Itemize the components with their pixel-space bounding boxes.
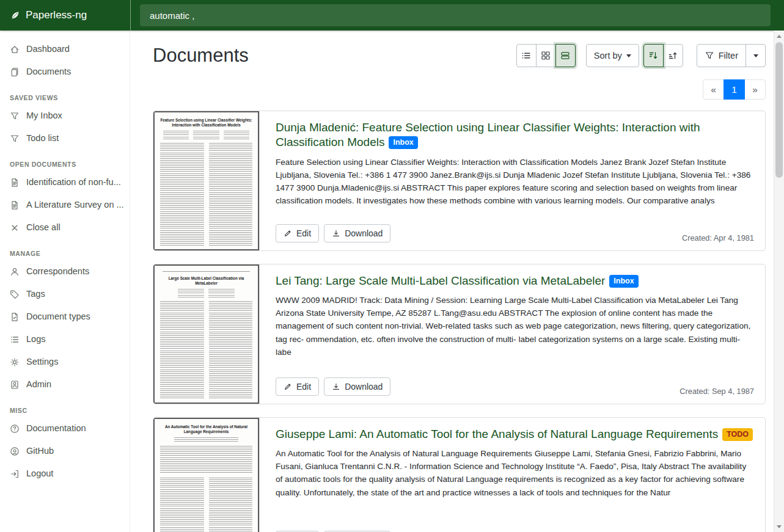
view-list-button[interactable] — [516, 44, 537, 67]
sidebar-item-admin[interactable]: Admin — [0, 373, 130, 396]
pagination-prev-button[interactable]: « — [703, 79, 724, 100]
scrollbar-thumb[interactable] — [775, 42, 783, 178]
doc-title-link[interactable]: Lei Tang: Large Scale Multi-Label Classi… — [276, 274, 754, 288]
view-toggle-group — [516, 44, 576, 67]
sidebar-item-label: Admin — [26, 378, 51, 391]
doc-excerpt: WWW 2009 MADRID! Track: Data Mining / Se… — [276, 294, 754, 358]
view-details-button[interactable] — [555, 44, 576, 67]
funnel-icon — [10, 111, 20, 121]
doc-title-link[interactable]: Giuseppe Lami: An Automatic Tool for the… — [276, 427, 754, 442]
list-view-icon — [521, 51, 531, 60]
doc-thumbnail[interactable]: Feature Selection using Linear Classifie… — [153, 111, 260, 250]
toolbar: Sort by — [516, 44, 766, 67]
sidebar-item-open-doc-2[interactable]: A Literature Survey on ... — [0, 194, 130, 216]
sidebar-item-documents[interactable]: Documents — [0, 60, 130, 83]
sidebar-item-logout[interactable]: Logout — [0, 462, 130, 485]
doc-thumbnail[interactable]: Large Scale Multi-Label Classification v… — [153, 264, 260, 404]
created-date: Created: Sep 4, 1987 — [680, 387, 754, 396]
sidebar-item-open-doc-1[interactable]: Identification of non-fu... — [0, 171, 130, 194]
view-grid-button[interactable] — [536, 44, 556, 67]
chevron-down-icon — [626, 54, 631, 57]
sidebar-item-todo-list[interactable]: Todo list — [0, 127, 130, 150]
status-badge[interactable]: Inbox — [609, 275, 638, 288]
doc-thumbnail-page: An Automatic Tool for the Analysis of Na… — [153, 418, 259, 532]
sidebar-section-open-documents: OPEN DOCUMENTS — [0, 150, 130, 171]
download-button[interactable]: Download — [324, 377, 390, 396]
paperless-app: Paperless-ng Dashboard Documents SAVED V… — [0, 0, 784, 532]
status-badge[interactable]: Inbox — [389, 136, 417, 149]
thumbnail-title: Feature Selection using Linear Classifie… — [160, 118, 252, 128]
sidebar-item-label: Documents — [26, 65, 71, 78]
doc-card-body: Giuseppe Lami: An Automatic Tool for the… — [260, 418, 765, 532]
sidebar-item-label: A Literature Survey on ... — [26, 199, 124, 211]
sidebar-item-settings[interactable]: Settings — [0, 351, 130, 373]
sidebar-item-label: My Inbox — [26, 109, 62, 122]
grid-view-icon — [541, 51, 551, 60]
close-icon — [10, 223, 20, 233]
sort-numeric-down-icon — [648, 51, 658, 60]
sort-direction-group — [643, 44, 683, 67]
doc-card-body: Dunja Mladenić: Feature Selection using … — [260, 111, 765, 250]
brand-link[interactable]: Paperless-ng — [0, 0, 130, 31]
doc-title-link[interactable]: Dunja Mladenić: Feature Selection using … — [276, 120, 754, 150]
thumbnail-header-line — [163, 271, 250, 273]
person-icon — [10, 267, 20, 277]
sidebar-item-label: Tags — [26, 288, 45, 301]
funnel-icon — [10, 134, 20, 144]
page-scrollbar[interactable] — [774, 31, 784, 532]
doc-thumbnail[interactable]: An Automatic Tool for the Analysis of Na… — [153, 418, 260, 532]
thumbnail-authors — [163, 131, 250, 139]
filter-label: Filter — [719, 51, 738, 60]
sidebar-item-documentation[interactable]: Documentation — [0, 417, 130, 440]
sidebar-item-github[interactable]: GitHub — [0, 440, 130, 462]
pencil-icon — [284, 229, 292, 238]
sidebar-item-close-all[interactable]: Close all — [0, 216, 130, 239]
documents-icon — [10, 67, 20, 77]
brand-name: Paperless-ng — [26, 9, 87, 21]
sidebar-item-label: Documentation — [26, 422, 86, 435]
person-badge-icon — [10, 380, 20, 390]
thumbnail-title: An Automatic Tool for the Analysis of Na… — [160, 425, 252, 434]
edit-button[interactable]: Edit — [276, 224, 319, 242]
thumbnail-text-columns — [160, 301, 252, 399]
sort-by-dropdown[interactable]: Sort by — [586, 44, 639, 67]
filter-button[interactable]: Filter — [697, 44, 746, 67]
pagination-page-1[interactable]: 1 — [724, 79, 745, 100]
github-icon — [10, 446, 20, 456]
status-badge[interactable]: TODO — [722, 428, 753, 441]
sidebar-item-logs[interactable]: Logs — [0, 328, 130, 351]
sidebar-item-my-inbox[interactable]: My Inbox — [0, 104, 130, 127]
edit-button[interactable]: Edit — [276, 377, 319, 396]
documents-page: Documents — [130, 31, 784, 532]
download-icon — [332, 382, 340, 391]
logout-icon — [10, 469, 20, 479]
thumbnail-title: Large Scale Multi-Label Classification v… — [160, 276, 252, 286]
doc-excerpt: An Automatic Tool for the Analysis of Na… — [276, 447, 754, 498]
sort-descending-button[interactable] — [643, 44, 664, 67]
page-title: Documents — [153, 45, 249, 67]
document-card: An Automatic Tool for the Analysis of Na… — [153, 417, 766, 532]
sidebar-item-document-types[interactable]: Document types — [0, 305, 130, 328]
pagination-next-button[interactable]: » — [744, 79, 766, 100]
sidebar-section-misc: MISC — [0, 396, 130, 417]
sidebar-item-label: Todo list — [26, 132, 59, 145]
leaf-logo-icon — [10, 10, 20, 20]
global-search-input[interactable] — [140, 4, 771, 26]
document-card: Feature Selection using Linear Classifie… — [153, 111, 766, 251]
scrollbar-up-arrow[interactable] — [774, 31, 784, 41]
doc-excerpt: Feature Selection using Linear Classifie… — [276, 156, 754, 207]
sidebar-item-dashboard[interactable]: Dashboard — [0, 38, 130, 60]
sidebar-item-label: Logout — [26, 467, 53, 480]
filter-caret-button[interactable] — [746, 44, 766, 67]
sidebar-item-tags[interactable]: Tags — [0, 283, 130, 305]
thumbnail-authors — [163, 289, 250, 297]
edit-label: Edit — [296, 382, 311, 392]
scrollbar-down-arrow[interactable] — [774, 522, 784, 531]
download-button[interactable]: Download — [324, 224, 390, 242]
sidebar-item-correspondents[interactable]: Correspondents — [0, 260, 130, 283]
filter-split-button: Filter — [697, 44, 766, 67]
pagination: « 1 » — [153, 79, 766, 100]
sidebar: Dashboard Documents SAVED VIEWS My Inbox… — [0, 31, 130, 532]
gear-icon — [10, 357, 20, 367]
sort-ascending-button[interactable] — [663, 44, 683, 67]
